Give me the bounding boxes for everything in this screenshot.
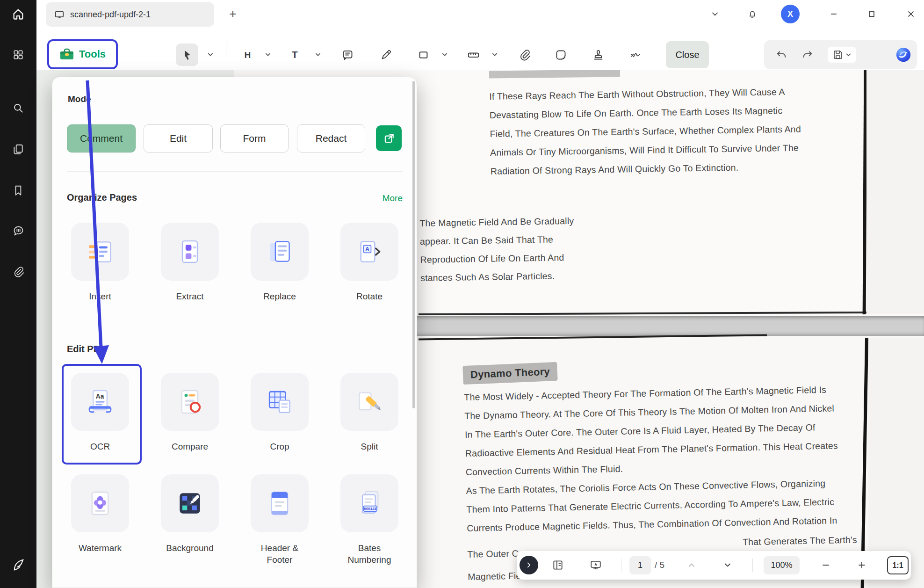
tile-replace[interactable]	[251, 223, 309, 281]
tools-button[interactable]: Tools	[47, 39, 118, 69]
open-in-new-window-button[interactable]	[376, 125, 402, 151]
mode-comment-button[interactable]: Comment	[67, 124, 136, 152]
updf-logo-icon	[11, 558, 25, 572]
measure-tool[interactable]	[462, 44, 484, 66]
maximize-button[interactable]	[863, 6, 880, 22]
sidebar-item-search[interactable]	[7, 97, 29, 119]
tile-extract[interactable]	[161, 223, 219, 281]
crop-icon	[265, 387, 295, 417]
pencil-tool[interactable]	[375, 44, 397, 66]
tile-replace-label[interactable]: Replace	[249, 290, 310, 302]
plus-icon	[857, 560, 866, 570]
tile-crop-label[interactable]: Crop	[249, 441, 310, 452]
toolbar-collapse-button[interactable]	[707, 6, 723, 22]
zoom-out-button[interactable]	[818, 557, 834, 573]
highlight-tool-dropdown[interactable]	[265, 51, 271, 58]
new-tab-button[interactable]: +	[224, 6, 241, 22]
signature-tool[interactable]	[624, 44, 646, 66]
tile-bates-numbering[interactable]: 000123	[340, 474, 398, 532]
zoom-level[interactable]: 100%	[764, 556, 800, 574]
ai-assistant-button[interactable]	[895, 47, 911, 63]
previous-page-button[interactable]	[684, 557, 700, 573]
highlight-tool[interactable]: H	[236, 44, 259, 66]
tile-ocr-label[interactable]: OCR	[70, 441, 130, 452]
tile-insert-label[interactable]: Insert	[70, 290, 130, 302]
close-window-button[interactable]	[902, 6, 919, 22]
bookmark-icon	[12, 184, 24, 196]
home-button[interactable]	[7, 3, 29, 25]
actual-size-button[interactable]: 1:1	[887, 556, 909, 574]
updf-logo-button[interactable]	[7, 554, 29, 575]
sidebar-item-pages[interactable]	[7, 138, 29, 160]
sticker-tool[interactable]	[549, 44, 572, 66]
shape-tool[interactable]	[412, 44, 434, 66]
page-navigation-bar: 1 / 5 100% 1:1	[517, 551, 911, 580]
document-tab[interactable]: scanned-pdf-updf-2-1	[46, 2, 214, 27]
home-icon	[12, 7, 25, 21]
select-tool-dropdown[interactable]	[207, 51, 214, 58]
doc-line-fragment: That Generates The Earth's	[743, 530, 858, 551]
sidebar-item-attachments[interactable]	[7, 261, 29, 283]
undo-button[interactable]	[773, 47, 789, 63]
expand-panel-button[interactable]	[520, 556, 538, 574]
pencil-icon	[380, 49, 392, 61]
signature-icon	[628, 48, 642, 61]
tile-crop[interactable]	[251, 373, 309, 431]
shape-tool-dropdown[interactable]	[441, 51, 448, 58]
maximize-icon	[867, 9, 876, 19]
redo-button[interactable]	[800, 47, 816, 63]
tile-background[interactable]	[161, 474, 219, 532]
tile-ocr[interactable]: Aa	[71, 373, 129, 431]
sidebar-item-apps[interactable]	[7, 44, 29, 65]
tile-insert[interactable]	[71, 223, 129, 281]
main-toolbar: Tools H T	[36, 28, 924, 70]
attach-file-tool[interactable]	[513, 44, 535, 66]
chevron-down-icon	[723, 560, 732, 570]
measure-tool-dropdown[interactable]	[491, 51, 498, 58]
doc-line-fragment: Magnetic Fie	[468, 566, 521, 586]
text-comment-tool[interactable]: T	[283, 44, 306, 66]
tile-split[interactable]	[340, 373, 398, 431]
tile-split-label[interactable]: Split	[339, 441, 400, 452]
tile-watermark-label[interactable]: Watermark	[70, 542, 130, 554]
tile-bates-numbering-label[interactable]: Bates Numbering	[339, 542, 400, 566]
insert-icon	[85, 237, 115, 267]
avatar-initial: X	[787, 9, 793, 19]
search-icon	[12, 102, 24, 114]
account-avatar[interactable]: X	[781, 5, 800, 23]
text-tool-dropdown[interactable]	[315, 51, 321, 58]
sidebar-item-bookmarks[interactable]	[7, 180, 29, 201]
mode-edit-button[interactable]: Edit	[144, 124, 213, 152]
next-page-button[interactable]	[720, 557, 736, 573]
page1-paragraph: If These Rays Reach The Earth Without Ob…	[489, 82, 801, 181]
tile-header-footer-label[interactable]: Header & Footer	[249, 542, 310, 566]
sidebar-item-comments[interactable]	[7, 220, 29, 241]
tile-background-label[interactable]: Background	[159, 542, 220, 554]
tile-rotate-label[interactable]: Rotate	[339, 290, 400, 302]
text-icon: T	[289, 49, 301, 61]
page1-right-margin	[866, 70, 924, 314]
tile-compare-label[interactable]: Compare	[159, 441, 220, 452]
mode-redact-button[interactable]: Redact	[297, 124, 365, 152]
tile-extract-label[interactable]: Extract	[159, 290, 220, 302]
tile-watermark[interactable]	[71, 474, 129, 532]
sticky-note-tool[interactable]	[336, 44, 359, 66]
stamp-tool[interactable]	[587, 44, 609, 66]
select-tool[interactable]	[176, 44, 198, 66]
minimize-button[interactable]	[825, 6, 842, 22]
tile-compare[interactable]	[161, 373, 219, 431]
save-button[interactable]	[828, 47, 856, 63]
page-number-input[interactable]: 1	[629, 556, 651, 574]
doc-line: stances Such As Solar Particles.	[420, 267, 575, 287]
page-thumbnails-button[interactable]	[550, 557, 566, 573]
tile-header-footer[interactable]	[251, 474, 309, 532]
close-mode-button[interactable]: Close	[666, 41, 709, 68]
edit-pdf-label: Edit PDF	[67, 344, 106, 355]
slideshow-button[interactable]	[588, 557, 604, 573]
notifications-button[interactable]	[744, 6, 761, 22]
zoom-in-button[interactable]	[854, 557, 870, 573]
tile-rotate[interactable]: A	[340, 223, 398, 281]
more-link[interactable]: More	[383, 193, 403, 203]
mode-form-button[interactable]: Form	[220, 124, 289, 152]
panel-scrollbar[interactable]	[412, 81, 415, 408]
